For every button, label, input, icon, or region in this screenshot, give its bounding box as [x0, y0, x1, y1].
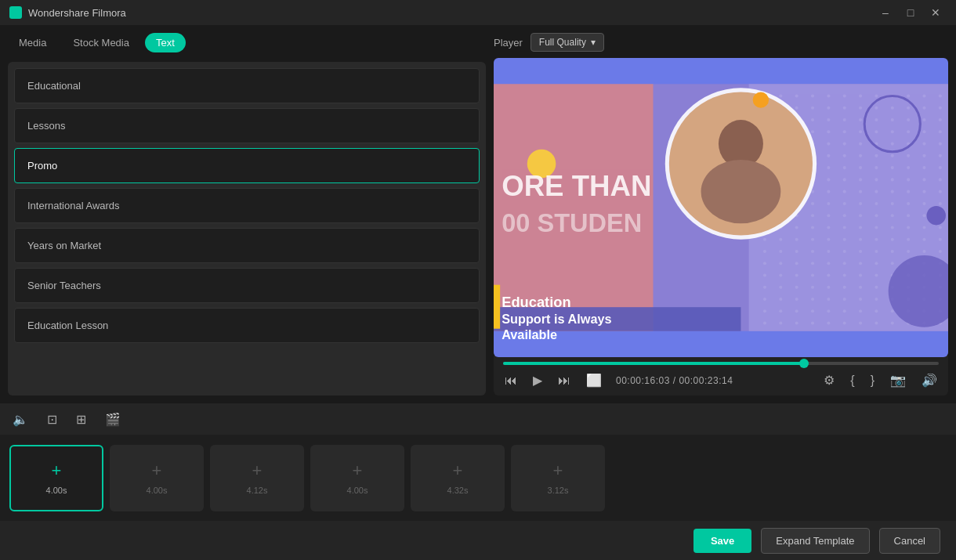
step-back-button[interactable]: ⏮	[503, 372, 519, 389]
transform-button[interactable]: ⊞	[73, 409, 89, 430]
slot-duration-1: 4.00s	[147, 486, 168, 495]
play-button[interactable]: ▶	[531, 371, 544, 389]
svg-point-149	[811, 238, 814, 241]
expand-template-button[interactable]: Expand Template	[761, 528, 869, 554]
svg-point-223	[843, 309, 846, 313]
minimize-button[interactable]: –	[875, 2, 896, 23]
template-item-education-lesson[interactable]: Education Lesson	[14, 308, 480, 343]
svg-point-209	[811, 298, 814, 301]
svg-point-232	[795, 322, 798, 325]
volume-button[interactable]: 🔊	[920, 371, 939, 389]
mark-out-button[interactable]: }	[869, 372, 876, 389]
controls-right: ⚙ { } 📷 🔊	[822, 371, 939, 389]
timeline-slot-3[interactable]: + 4.00s	[310, 445, 404, 511]
svg-point-226	[891, 309, 894, 313]
svg-point-114	[827, 202, 830, 205]
svg-point-36	[922, 118, 925, 121]
svg-point-119	[907, 202, 910, 205]
svg-point-33	[875, 118, 878, 121]
player-label: Player	[494, 37, 523, 49]
tab-media[interactable]: Media	[8, 33, 57, 52]
svg-point-183	[779, 273, 782, 276]
svg-point-184	[795, 273, 798, 276]
chevron-down-icon: ▾	[591, 37, 596, 48]
progress-bar[interactable]	[503, 362, 939, 365]
svg-point-25	[939, 107, 942, 110]
maximize-button[interactable]: □	[900, 2, 922, 23]
svg-point-155	[907, 238, 910, 241]
titlebar: Wondershare Filmora – □ ✕	[0, 0, 956, 25]
quality-selector[interactable]: Full Quality ▾	[531, 33, 604, 52]
slot-duration-4: 4.32s	[447, 486, 469, 495]
svg-point-131	[907, 214, 910, 217]
svg-point-196	[795, 286, 798, 289]
svg-point-16	[795, 107, 798, 110]
save-button[interactable]: Save	[693, 529, 751, 553]
svg-point-67	[843, 154, 846, 157]
svg-point-161	[811, 250, 814, 253]
player-controls: ⏮ ▶ ⏭ ⬜ 00:00:16:03 / 00:00:23:14 ⚙ { } …	[494, 356, 948, 396]
svg-point-37	[939, 118, 942, 121]
svg-point-108	[922, 190, 925, 193]
svg-point-166	[891, 250, 894, 253]
svg-point-5	[811, 95, 814, 98]
progress-thumb[interactable]	[799, 359, 809, 368]
svg-point-236	[859, 322, 862, 325]
template-item-international-awards[interactable]: International Awards	[14, 188, 480, 223]
svg-point-83	[907, 166, 910, 169]
svg-point-73	[939, 154, 942, 157]
slot-duration-5: 3.12s	[548, 486, 569, 495]
svg-point-207	[779, 298, 782, 301]
svg-point-107	[907, 190, 910, 193]
svg-point-46	[891, 130, 894, 133]
step-forward-button[interactable]: ⏭	[556, 372, 572, 389]
svg-point-60	[922, 143, 925, 146]
svg-point-153	[875, 238, 878, 241]
timeline-slot-1[interactable]: + 4.00s	[110, 445, 204, 511]
template-item-senior-teachers[interactable]: Senior Teachers	[14, 268, 480, 303]
settings-button[interactable]: ⚙	[822, 371, 836, 389]
template-item-educational[interactable]: Educational	[14, 68, 480, 103]
close-button[interactable]: ✕	[925, 2, 947, 23]
mark-in-button[interactable]: {	[849, 372, 856, 389]
svg-point-230	[763, 322, 766, 325]
total-time: 00:00:23:14	[679, 375, 733, 386]
timeline-slot-2[interactable]: + 4.12s	[210, 445, 304, 511]
svg-point-137	[811, 226, 814, 229]
svg-point-81	[875, 166, 878, 169]
svg-point-177	[875, 262, 878, 265]
crop-button[interactable]: ⊡	[44, 409, 60, 430]
template-item-promo[interactable]: Promo	[14, 148, 480, 183]
svg-point-160	[795, 250, 798, 253]
time-display: 00:00:16:03 / 00:00:23:14	[616, 375, 733, 386]
tab-stock-media[interactable]: Stock Media	[62, 33, 140, 52]
snapshot-button[interactable]: 📷	[889, 371, 907, 389]
template-item-lessons[interactable]: Lessons	[14, 108, 480, 143]
svg-point-213	[875, 298, 878, 301]
video-clip-button[interactable]: 🎬	[102, 409, 124, 430]
svg-text:00 STUDEN: 00 STUDEN	[502, 209, 642, 237]
svg-point-182	[763, 273, 766, 276]
svg-point-148	[795, 238, 798, 241]
svg-point-200	[859, 286, 862, 289]
loop-button[interactable]: ⬜	[585, 371, 603, 389]
svg-point-35	[907, 118, 910, 121]
svg-point-145	[939, 226, 942, 229]
svg-point-189	[875, 273, 878, 276]
add-slot-icon-0: +	[52, 461, 62, 481]
audio-button[interactable]: 🔈	[9, 409, 31, 430]
svg-point-234	[827, 322, 830, 325]
svg-point-211	[843, 298, 846, 301]
svg-point-233	[811, 322, 814, 325]
svg-point-174	[827, 262, 830, 265]
timeline: + 4.00s + 4.00s + 4.12s + 4.00s + 4.32s …	[0, 435, 956, 521]
timeline-slot-4[interactable]: + 4.32s	[411, 445, 505, 511]
timeline-slot-0[interactable]: + 4.00s	[9, 445, 103, 511]
timeline-slot-5[interactable]: + 3.12s	[511, 445, 605, 511]
template-list[interactable]: Educational Lessons Promo International …	[8, 62, 486, 396]
tab-text[interactable]: Text	[145, 33, 186, 52]
cancel-button[interactable]: Cancel	[879, 528, 940, 554]
template-item-years-on-market[interactable]: Years on Market	[14, 228, 480, 263]
svg-point-152	[859, 238, 862, 241]
svg-point-238	[891, 322, 894, 325]
